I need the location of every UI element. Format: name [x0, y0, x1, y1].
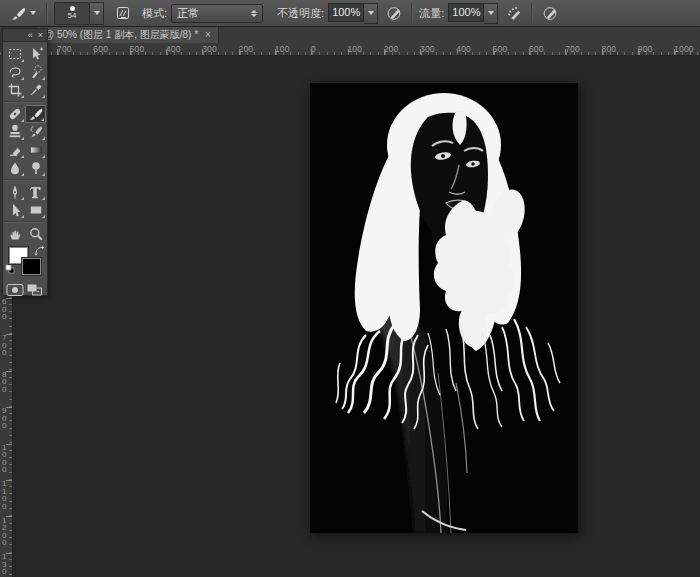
- canvas[interactable]: [310, 83, 578, 533]
- tool-dodge[interactable]: [25, 159, 46, 177]
- tool-zoom[interactable]: [25, 225, 46, 243]
- spinner-icon: [251, 10, 257, 17]
- chevron-down-icon: [368, 11, 374, 15]
- flyout-indicator: [42, 215, 45, 218]
- tools-panel-header: « ×: [3, 29, 47, 42]
- zoom-magnifier-icon: [28, 226, 44, 242]
- background-color-swatch[interactable]: [22, 258, 41, 275]
- tool-lasso[interactable]: [4, 63, 25, 81]
- tool-blur[interactable]: [4, 159, 25, 177]
- brush-preset-dropdown-button[interactable]: [90, 2, 104, 25]
- tool-shape[interactable]: [25, 201, 46, 219]
- airbrush-icon: [506, 5, 523, 22]
- flyout-indicator: [42, 197, 45, 200]
- mode-label: 模式:: [142, 6, 167, 21]
- brush-size: 54: [68, 12, 77, 20]
- options-bar: 54 模式: 正常 不透明度: 100%: [0, 0, 700, 27]
- tool-spot-healing-brush[interactable]: [4, 105, 25, 123]
- opacity-value[interactable]: 100%: [328, 3, 364, 22]
- flyout-indicator: [21, 155, 24, 158]
- tool-quick-selection[interactable]: [25, 63, 46, 81]
- quick-mask-icon: [6, 283, 24, 297]
- flyout-indicator: [21, 137, 24, 140]
- document-tab-title: @ 50% (图层 1 副本, 图层蒙版/8) *: [44, 28, 198, 42]
- brush-tool-icon: [10, 5, 27, 22]
- canvas-artwork: [310, 83, 578, 533]
- tool-path-selection[interactable]: [4, 201, 25, 219]
- hand-icon: [7, 226, 23, 242]
- flow-dropdown-button[interactable]: [484, 3, 498, 24]
- ruler-minor-ticks: [0, 52, 700, 55]
- flyout-indicator: [21, 77, 24, 80]
- flyout-indicator: [21, 197, 24, 200]
- separator: [46, 3, 48, 23]
- mode-value: 正常: [177, 6, 251, 21]
- quick-mask-button[interactable]: [5, 282, 25, 298]
- default-colors-icon[interactable]: [5, 264, 15, 274]
- flyout-indicator: [21, 59, 24, 62]
- tool-gradient[interactable]: [25, 141, 46, 159]
- flow-value[interactable]: 100%: [448, 3, 484, 22]
- tool-clone-stamp[interactable]: [4, 123, 25, 141]
- divider: [5, 101, 45, 103]
- tool-pen[interactable]: [4, 183, 25, 201]
- screen-mode-button[interactable]: [25, 282, 45, 298]
- divider: [5, 221, 45, 223]
- flyout-indicator: [21, 119, 24, 122]
- toolbar-bottom-buttons: [3, 282, 47, 298]
- horizontal-ruler[interactable]: 7006005004003002001000100200300400500600…: [0, 43, 700, 56]
- color-swatches: [3, 245, 47, 279]
- photoshop-window: 54 模式: 正常 不透明度: 100%: [0, 0, 700, 577]
- airbrush-button[interactable]: [503, 3, 525, 24]
- opacity-dropdown-button[interactable]: [364, 3, 378, 24]
- document-tab-bar: @ 50% (图层 1 副本, 图层蒙版/8) * ×: [0, 27, 700, 44]
- flyout-indicator: [41, 118, 44, 121]
- collapse-panel-icon[interactable]: «: [28, 31, 33, 40]
- tool-rectangular-marquee[interactable]: [4, 45, 25, 63]
- pen-pressure-icon: [386, 5, 403, 22]
- opacity-pressure-button[interactable]: [383, 3, 405, 24]
- close-panel-icon[interactable]: ×: [38, 31, 43, 40]
- separator: [411, 3, 413, 23]
- chevron-down-icon: [488, 11, 494, 15]
- brush-panel-icon: [115, 5, 131, 21]
- flyout-indicator: [21, 95, 24, 98]
- toggle-brush-panel-button[interactable]: [112, 3, 134, 24]
- flyout-indicator: [21, 215, 24, 218]
- flyout-indicator: [21, 173, 24, 176]
- tool-move[interactable]: [25, 45, 46, 63]
- swap-colors-icon[interactable]: [34, 245, 45, 256]
- flyout-indicator: [42, 155, 45, 158]
- separator: [531, 3, 533, 23]
- tool-history-brush[interactable]: [25, 123, 46, 141]
- chevron-down-icon: [30, 11, 36, 15]
- tool-type[interactable]: [25, 183, 46, 201]
- divider: [5, 179, 45, 181]
- tool-hand[interactable]: [4, 225, 25, 243]
- opacity-label: 不透明度:: [277, 6, 324, 21]
- tools-panel: « ×: [2, 28, 48, 296]
- tool-eraser[interactable]: [4, 141, 25, 159]
- pen-pressure-icon: [542, 5, 559, 22]
- brush-preset-picker[interactable]: 54: [54, 2, 104, 25]
- tab-close-icon[interactable]: ×: [205, 30, 211, 40]
- document-tab[interactable]: @ 50% (图层 1 副本, 图层蒙版/8) * ×: [36, 27, 219, 43]
- screen-mode-icon: [26, 283, 44, 297]
- flyout-indicator: [42, 95, 45, 98]
- flyout-indicator: [42, 137, 45, 140]
- flow-label: 流量:: [419, 6, 444, 21]
- mode-select[interactable]: 正常: [171, 4, 263, 23]
- tool-preset-picker[interactable]: [6, 3, 40, 24]
- brush-preview: 54: [54, 2, 90, 25]
- tool-brush[interactable]: [25, 105, 46, 123]
- flow-pressure-button[interactable]: [539, 3, 561, 24]
- tool-eyedropper[interactable]: [25, 81, 46, 99]
- tool-crop[interactable]: [4, 81, 25, 99]
- move-tool-icon: [28, 46, 44, 62]
- flyout-indicator: [42, 173, 45, 176]
- flyout-indicator: [42, 77, 45, 80]
- chevron-down-icon: [94, 11, 100, 15]
